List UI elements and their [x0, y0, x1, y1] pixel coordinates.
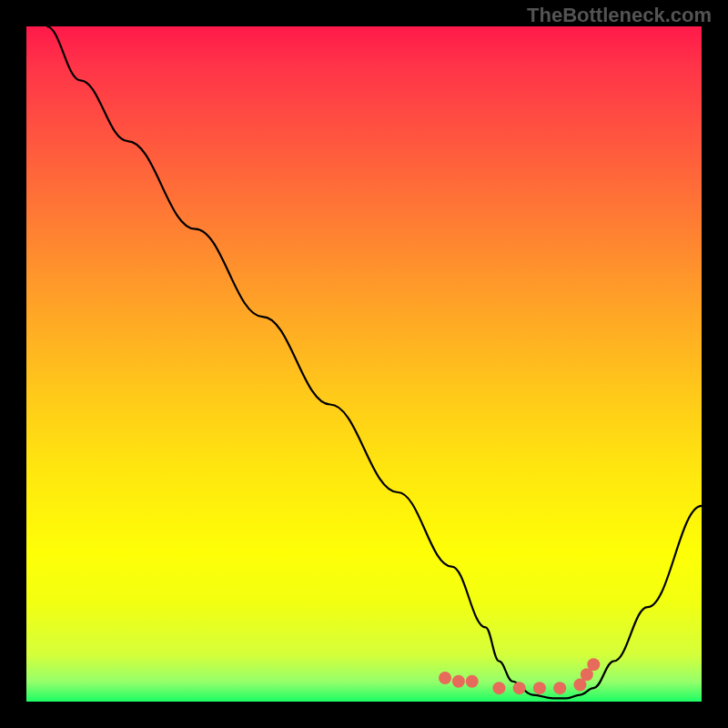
trough-dot — [452, 675, 465, 688]
trough-dots — [439, 658, 600, 694]
trough-dot — [513, 682, 526, 694]
bottleneck-curve — [46, 26, 702, 698]
trough-dot — [439, 672, 451, 684]
trough-dot — [553, 682, 566, 694]
trough-dot — [533, 682, 546, 694]
trough-dot — [587, 658, 600, 671]
trough-dot — [492, 682, 505, 694]
chart-svg — [26, 26, 702, 702]
trough-dot — [466, 675, 479, 688]
watermark-text: TheBottleneck.com — [527, 4, 712, 27]
